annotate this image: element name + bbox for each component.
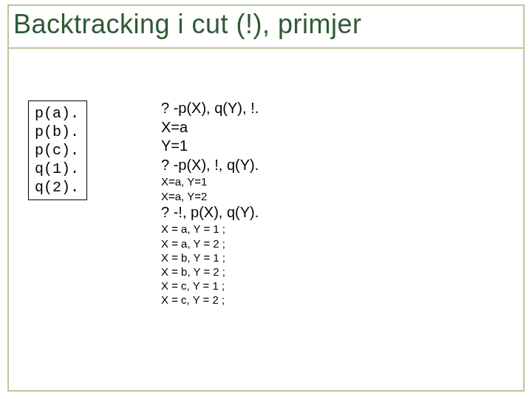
result-line: Y=1: [161, 137, 501, 156]
result-line: X = c, Y = 1 ;: [161, 279, 501, 293]
result-line: X = a, Y = 2 ;: [161, 236, 501, 250]
result-line: X = b, Y = 2 ;: [161, 265, 501, 279]
result-line: X = b, Y = 1 ;: [161, 250, 501, 265]
fact-line: p(a).: [35, 105, 79, 122]
query-line: ? -p(X), q(Y), !.: [161, 99, 501, 118]
slide-title: Backtracking i cut (!), primjer: [13, 9, 362, 40]
fact-line: q(2).: [35, 179, 79, 196]
result-line: X=a, Y=2: [161, 189, 501, 203]
query-line: ? -!, p(X), q(Y).: [161, 203, 501, 222]
result-line: X = c, Y = 2 ;: [161, 293, 501, 307]
result-line: X=a, Y=1: [161, 174, 501, 188]
slide: Backtracking i cut (!), primjer p(a). p(…: [0, 0, 532, 399]
results-block: ? -p(X), q(Y), !. X=a Y=1 ? -p(X), !, q(…: [161, 99, 501, 307]
facts-box: p(a). p(b). p(c). q(1). q(2).: [28, 100, 87, 200]
fact-line: p(c).: [35, 142, 79, 159]
result-line: X = a, Y = 1 ;: [161, 222, 501, 236]
result-line: X=a: [161, 118, 501, 137]
title-underline: [7, 47, 525, 49]
fact-line: q(1).: [35, 160, 79, 177]
query-line: ? -p(X), !, q(Y).: [161, 156, 501, 175]
fact-line: p(b).: [35, 123, 79, 140]
